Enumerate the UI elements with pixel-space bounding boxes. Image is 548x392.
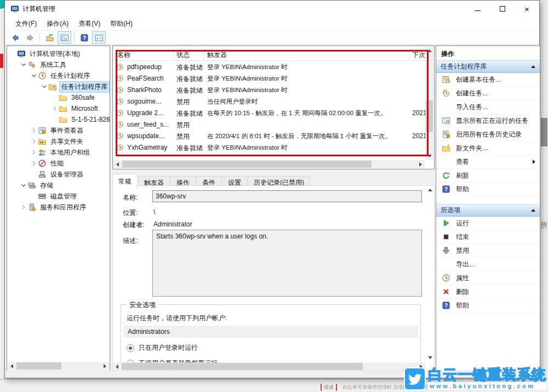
help-icon: ? (442, 301, 450, 310)
action-item-1-1[interactable]: 结束 (436, 230, 540, 244)
tree-item-10[interactable]: 性能 (7, 158, 110, 169)
task-status: 禁用 (176, 121, 205, 130)
radio-run-when-logged-on[interactable]: 只在用户登录时运行 (127, 343, 198, 353)
console-tree-button[interactable] (58, 31, 71, 44)
chevron-right-icon[interactable] (30, 127, 38, 134)
task-row-1[interactable]: PeaFSearch准备就绪登录 YEBIN\Administrator 时 (113, 73, 425, 84)
tree-horizontal-scrollbar[interactable] (8, 362, 109, 370)
scrollbar-thumb[interactable] (426, 100, 433, 132)
tree-item-8[interactable]: 共享文件夹 (7, 136, 110, 147)
tree-item-11[interactable]: 设备管理器 (7, 169, 110, 180)
menu-item-3[interactable]: 帮助(H) (105, 18, 138, 30)
chevron-right-icon[interactable] (30, 138, 38, 145)
chevron-right-icon[interactable] (30, 160, 38, 167)
action-item-1-0[interactable]: 运行 (436, 217, 540, 230)
action-item-0-1[interactable]: 创建任务... (436, 87, 540, 100)
action-item-1-4[interactable]: 属性 (436, 271, 540, 285)
action-item-0-2[interactable]: 导入任务... (436, 100, 540, 114)
column-header-0[interactable]: 名称 (117, 50, 130, 60)
task-row-2[interactable]: SharkPhoto准备就绪登录 YEBIN\Administrator 时 (113, 84, 425, 96)
scroll-right-arrow[interactable] (101, 362, 109, 370)
scroll-down-arrow[interactable] (425, 152, 433, 160)
list-vertical-scrollbar[interactable] (425, 47, 433, 160)
task-row-0[interactable]: pdfspeedup准备就绪登录 YEBIN\Administrator 时 (113, 61, 425, 73)
tree-item-5[interactable]: Microsoft (7, 103, 110, 114)
back-arrow-button[interactable] (8, 31, 22, 44)
detail-vertical-scrollbar[interactable] (426, 186, 434, 362)
collapse-arrow-icon[interactable] (531, 65, 535, 68)
action-section-header-0[interactable]: 任务计划程序库 (436, 60, 540, 73)
radio-selected-icon[interactable] (127, 344, 134, 352)
export-list-button[interactable] (43, 31, 56, 44)
action-item-1-2[interactable]: 禁用 (436, 244, 540, 258)
task-row-4[interactable]: Upgrade 2...准备就绪在每天的 10:15 - 触发后，在 1 天 期… (113, 107, 425, 119)
tree-item-7[interactable]: 事件查看器 (7, 125, 110, 136)
maximize-button[interactable] (490, 1, 515, 17)
scroll-left-arrow[interactable] (113, 160, 122, 168)
action-section-header-1[interactable]: 所选项 (436, 204, 540, 217)
help-button[interactable]: ? (77, 31, 91, 44)
close-icon: × (524, 5, 529, 13)
menu-item-2[interactable]: 查看(V) (73, 18, 105, 30)
scroll-left-arrow[interactable] (113, 362, 121, 371)
chevron-right-icon[interactable] (20, 203, 27, 211)
scroll-right-arrow[interactable] (416, 160, 425, 168)
menu-item-0[interactable]: 文件(F) (10, 18, 42, 30)
column-header-3[interactable]: 下次 (412, 50, 425, 60)
tree-item-9[interactable]: 本地用户和组 (7, 147, 110, 158)
close-button[interactable]: × (515, 1, 539, 17)
account-value[interactable]: Administrators (123, 326, 418, 338)
tab-0[interactable]: 常规 (112, 174, 138, 189)
action-item-0-7[interactable]: 刷新 (436, 169, 540, 183)
column-header-1[interactable]: 状态 (176, 50, 190, 60)
menu-item-1[interactable]: 操作(A) (42, 18, 73, 30)
action-item-0-5[interactable]: 新文件夹... (436, 141, 540, 155)
column-header-2[interactable]: 触发器 (207, 50, 227, 60)
chevron-down-icon[interactable] (20, 61, 27, 69)
scrollbar-thumb[interactable] (122, 363, 363, 370)
action-pane-button[interactable] (92, 31, 106, 44)
action-item-0-6[interactable]: 查看 (436, 155, 540, 169)
tree-item-4[interactable]: 360safe (7, 92, 110, 103)
chevron-down-icon[interactable] (41, 83, 48, 90)
task-name-input[interactable] (152, 190, 422, 202)
chevron-right-icon[interactable] (30, 149, 38, 156)
action-item-1-6[interactable]: ?帮助 (436, 299, 540, 313)
list-horizontal-scrollbar[interactable] (113, 160, 425, 168)
collapse-arrow-icon[interactable] (531, 209, 535, 212)
tree-item-14[interactable]: 服务和应用程序 (7, 202, 110, 213)
action-item-0-3[interactable]: 显示所有正在运行的任务 (436, 114, 540, 128)
tree-item-0[interactable]: 计算机管理(本地) (7, 48, 110, 59)
scroll-left-arrow[interactable] (8, 362, 16, 370)
action-item-0-0[interactable]: 创建基本任务... (436, 73, 540, 87)
tree-item-label: 任务计划程序库 (59, 81, 110, 93)
description-box[interactable]: Starts 360wp-srv when a user logs on. (152, 230, 422, 297)
scroll-up-arrow[interactable] (426, 186, 434, 194)
tree-item-1[interactable]: 系统工具 (7, 59, 110, 70)
task-row-5[interactable]: user_feed_s...禁用 (113, 119, 425, 130)
tree-item-12[interactable]: 存储 (7, 180, 110, 191)
minimize-button[interactable] (465, 1, 490, 17)
action-item-1-5[interactable]: 删除 (436, 285, 540, 299)
action-item-1-3[interactable]: 导出... (436, 258, 540, 271)
task-status: 准备就绪 (176, 109, 205, 118)
tree-item-3[interactable]: 任务计划程序库 (7, 81, 110, 92)
chevron-right-icon[interactable] (51, 105, 59, 112)
tree-item-13[interactable]: 磁盘管理 (7, 191, 110, 202)
location-value: \ (153, 208, 155, 216)
action-item-0-4[interactable]: 启用所有任务历史记录 (436, 128, 540, 141)
scrollbar-thumb[interactable] (122, 161, 372, 168)
scroll-down-arrow[interactable] (426, 354, 434, 362)
scroll-up-arrow[interactable] (425, 47, 433, 55)
tree-item-6[interactable]: S-1-5-21-82641 (7, 114, 110, 125)
task-row-3[interactable]: sogouime...禁用当任何用户登录时 (113, 96, 425, 107)
chevron-down-icon[interactable] (20, 181, 27, 189)
chevron-down-icon[interactable] (30, 72, 38, 79)
action-item-0-8[interactable]: ?帮助 (436, 183, 540, 196)
scrollbar-thumb[interactable] (16, 362, 61, 370)
detail-horizontal-scrollbar[interactable] (113, 362, 425, 371)
tree-item-2[interactable]: 任务计划程序 (7, 70, 110, 81)
task-row-7[interactable]: YxhGametray准备就绪登录 YEBIN\Administrator 时 (113, 142, 425, 154)
task-row-6[interactable]: wpsupdate...禁用在 2020/4/1 的 8:01 时 - 触发后，… (113, 130, 425, 142)
forward-arrow-button[interactable] (23, 31, 37, 44)
